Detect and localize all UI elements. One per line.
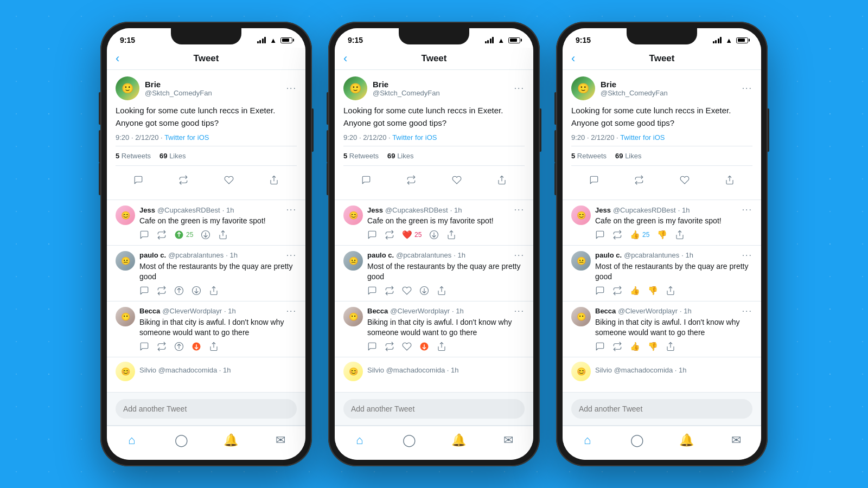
paulo-upvote-1[interactable] <box>174 286 184 296</box>
like-action-3[interactable] <box>676 171 693 189</box>
jess-comment-1[interactable] <box>139 230 149 240</box>
back-button-2[interactable]: ‹ <box>343 52 347 66</box>
tab-mail-3[interactable]: ✉ <box>724 432 748 449</box>
tab-notifications-2[interactable]: 🔔 <box>447 432 471 449</box>
becca-retweet-2[interactable] <box>385 342 394 351</box>
paulo-comment-2[interactable] <box>367 286 377 296</box>
jess-heart-2[interactable]: ❤️ 25 <box>402 230 422 240</box>
paulo-retweet-1[interactable] <box>157 286 167 296</box>
jess-comment-3[interactable] <box>595 230 605 240</box>
tab-search-2[interactable]: ◯ <box>397 432 421 449</box>
tab-mail-2[interactable]: ✉ <box>496 432 520 449</box>
silvio-preview-1: Silvio @machadocomida · 1h <box>139 362 231 381</box>
jess-downvote-1[interactable] <box>201 230 210 240</box>
add-tweet-input-2[interactable] <box>343 399 525 419</box>
jess-share-2[interactable] <box>446 230 456 240</box>
paulo-name-1: paulo c. <box>139 251 166 259</box>
tab-search-1[interactable]: ◯ <box>169 432 193 449</box>
paulo-more-2[interactable]: ··· <box>514 251 525 260</box>
tab-search-3[interactable]: ◯ <box>625 432 649 449</box>
becca-thumbsdown-red-3[interactable]: 👎 <box>648 342 658 351</box>
paulo-thumbsdown-3[interactable]: 👎 <box>648 286 658 296</box>
becca-comment-1[interactable] <box>139 342 149 351</box>
tab-mail-1[interactable]: ✉ <box>269 432 292 449</box>
tab-home-3[interactable]: ⌂ <box>576 432 599 449</box>
becca-thumbsup-3[interactable]: 👍 <box>630 342 640 351</box>
tab-home-1[interactable]: ⌂ <box>120 432 144 449</box>
back-button-1[interactable]: ‹ <box>116 52 119 66</box>
paulo-like-2[interactable] <box>402 286 412 296</box>
twitter-ios-link-3[interactable]: Twitter for iOS <box>620 133 665 142</box>
paulo-retweet-3[interactable] <box>612 286 622 296</box>
back-button-3[interactable]: ‹ <box>571 52 575 66</box>
becca-text-3: Biking in that city is awful. I don't kn… <box>595 317 752 338</box>
share-action-3[interactable] <box>721 171 738 189</box>
share-action-2[interactable] <box>493 171 510 189</box>
becca-downvote-orange-2[interactable] <box>419 342 429 351</box>
more-button-1[interactable]: ··· <box>286 84 297 93</box>
paulo-more-1[interactable]: ··· <box>286 251 297 260</box>
nav-title-3: Tweet <box>649 53 675 64</box>
becca-comment-3[interactable] <box>595 342 605 351</box>
tab-home-2[interactable]: ⌂ <box>348 432 372 449</box>
add-tweet-input-3[interactable] <box>571 399 752 419</box>
share-action-1[interactable] <box>265 171 283 189</box>
add-tweet-2[interactable] <box>335 392 533 426</box>
jess-retweet-2[interactable] <box>385 230 394 240</box>
add-tweet-1[interactable] <box>107 392 305 426</box>
more-button-3[interactable]: ··· <box>742 84 752 93</box>
becca-like-2[interactable] <box>402 342 412 351</box>
becca-more-3[interactable]: ··· <box>742 307 752 316</box>
becca-more-1[interactable]: ··· <box>286 307 297 316</box>
jess-retweet-1[interactable] <box>157 230 167 240</box>
jess-thumbsdown-3[interactable]: 👎 <box>657 230 667 240</box>
reply-jess-1: 😊 Jess @CupcakesRDBest · 1h ··· Cafe on … <box>107 200 305 246</box>
comment-action-2[interactable] <box>358 171 375 189</box>
jess-share-3[interactable] <box>675 230 685 240</box>
like-count-3: 69 Likes <box>615 152 641 160</box>
paulo-comment-3[interactable] <box>595 286 605 296</box>
jess-more-1[interactable]: ··· <box>286 206 297 214</box>
jess-more-3[interactable]: ··· <box>742 206 752 214</box>
jess-thumbsup-3[interactable]: 👍 25 <box>630 230 649 240</box>
jess-downvote-2[interactable] <box>429 230 439 240</box>
like-action-1[interactable] <box>220 171 238 189</box>
retweet-action-2[interactable] <box>403 171 420 189</box>
jess-upvote-1[interactable]: 25 <box>174 230 193 240</box>
paulo-retweet-2[interactable] <box>385 286 394 296</box>
paulo-comment-1[interactable] <box>139 286 149 296</box>
becca-share-2[interactable] <box>437 342 446 351</box>
jess-more-2[interactable]: ··· <box>514 206 525 214</box>
more-button-2[interactable]: ··· <box>514 84 525 93</box>
paulo-share-3[interactable] <box>666 286 675 296</box>
comment-action-1[interactable] <box>130 171 147 189</box>
becca-share-1[interactable] <box>209 342 219 351</box>
becca-downvote-1[interactable] <box>192 342 201 351</box>
paulo-more-3[interactable]: ··· <box>742 251 752 260</box>
paulo-share-2[interactable] <box>437 286 446 296</box>
add-tweet-input-1[interactable] <box>116 399 297 419</box>
becca-retweet-1[interactable] <box>157 342 167 351</box>
like-action-2[interactable] <box>448 171 465 189</box>
becca-retweet-3[interactable] <box>612 342 622 351</box>
tab-notifications-1[interactable]: 🔔 <box>219 432 243 449</box>
add-tweet-3[interactable] <box>563 392 761 426</box>
jess-retweet-3[interactable] <box>612 230 622 240</box>
becca-upvote-1[interactable] <box>174 342 184 351</box>
becca-share-3[interactable] <box>666 342 675 351</box>
retweet-action-1[interactable] <box>175 171 192 189</box>
comment-action-3[interactable] <box>585 171 603 189</box>
retweet-action-3[interactable] <box>630 171 648 189</box>
tab-notifications-3[interactable]: 🔔 <box>675 432 699 449</box>
paulo-share-1[interactable] <box>209 286 219 296</box>
becca-more-2[interactable]: ··· <box>514 307 525 316</box>
twitter-ios-link-1[interactable]: Twitter for iOS <box>164 133 209 142</box>
jess-share-1[interactable] <box>218 230 228 240</box>
paulo-downvote-1[interactable] <box>192 286 201 296</box>
jess-comment-2[interactable] <box>367 230 377 240</box>
paulo-downvote-2[interactable] <box>419 286 429 296</box>
paulo-thumbsup-3[interactable]: 👍 <box>630 286 640 296</box>
becca-comment-2[interactable] <box>367 342 377 351</box>
twitter-ios-link-2[interactable]: Twitter for iOS <box>392 133 437 142</box>
main-user-name-1: Brie <box>145 80 281 89</box>
